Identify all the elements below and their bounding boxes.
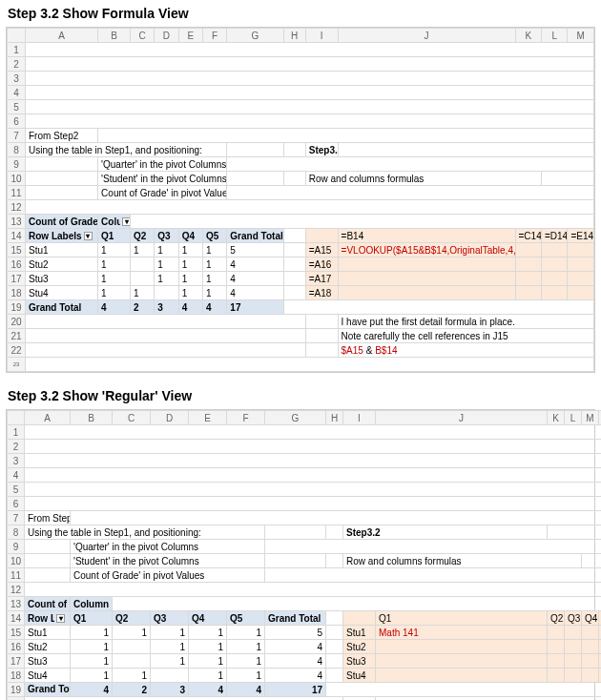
col-K: K (548, 411, 565, 425)
col-B: B (98, 29, 131, 43)
cell[interactable]: Count of Grade' in pivot Values (98, 186, 227, 200)
col-B: B (71, 411, 113, 425)
note: Note carefully the cell references in J1… (338, 329, 593, 343)
col-L: L (565, 411, 582, 425)
col-C: C (130, 29, 154, 43)
col-A: A (25, 411, 71, 425)
note: $A15 & B$14 (338, 343, 593, 358)
col-G: G (227, 29, 283, 43)
col-F: F (202, 29, 226, 43)
col-C: C (113, 411, 151, 425)
vlookup-formula[interactable]: =VLOOKUP($A15&B$14,OriginalTable,4,FALSE… (338, 243, 515, 257)
result-cell[interactable]: Math 141 (376, 626, 548, 640)
dropdown-icon[interactable]: ▾ (56, 614, 65, 623)
col-G: G (265, 411, 326, 425)
col-M: M (582, 411, 599, 425)
col-headers[interactable]: ABCDEFGHIJKLM (8, 29, 594, 43)
grid-bottom[interactable]: ABCDEFGHIJKLMN 1 2 3 4 5 6 7From Step2 8… (7, 410, 601, 700)
cell[interactable]: 'Student' in the pivot Columns (98, 172, 227, 186)
col-J: J (376, 411, 548, 425)
formula-cell[interactable]: =B14 (338, 229, 515, 243)
col-H: H (326, 411, 343, 425)
heading-bottom: Step 3.2 Show 'Regular' View (0, 382, 601, 407)
cell[interactable]: 'Quarter' in the pivot Columns (98, 157, 227, 172)
col-I: I (343, 411, 376, 425)
cell[interactable]: From Step2 (26, 129, 98, 143)
pivot-field[interactable]: Count of (25, 597, 71, 611)
cell[interactable]: Row and columns formulas (305, 172, 541, 186)
col-K: K (515, 29, 541, 43)
pivot-rowlabels[interactable]: Row Labels▾ (26, 229, 98, 243)
pivot-field[interactable]: Count of Grade (26, 215, 98, 229)
dropdown-icon[interactable]: ▾ (122, 217, 130, 226)
pivot-field[interactable]: Column Labels▾ (98, 215, 131, 229)
col-E: E (189, 411, 227, 425)
cell[interactable]: Step3.2 (343, 525, 548, 540)
dropdown-icon[interactable]: ▾ (84, 232, 93, 240)
col-M: M (568, 29, 594, 43)
cell[interactable]: Step3.2 (305, 143, 338, 157)
cell[interactable]: 'Quarter' in the pivot Columns (71, 540, 265, 554)
note: I have put the first detail formula in p… (338, 315, 593, 329)
col-E: E (178, 29, 202, 43)
col-L: L (542, 29, 568, 43)
grand-total-row[interactable]: Grand Total (25, 683, 71, 697)
col-J: J (338, 29, 515, 43)
heading-top: Step 3.2 Show Formula View (0, 0, 601, 25)
cell[interactable]: Using the table in Step1, and positionin… (26, 143, 227, 157)
col-I: I (305, 29, 338, 43)
col-F: F (227, 411, 265, 425)
sheet-regular-view: ABCDEFGHIJKLMN 1 2 3 4 5 6 7From Step2 8… (6, 409, 595, 700)
cell[interactable]: Row and columns formulas (343, 554, 582, 568)
cell[interactable]: From Step2 (25, 511, 71, 525)
grid-top[interactable]: ABCDEFGHIJKLM 1 2 3 4 5 6 7From Step2 8U… (7, 28, 594, 372)
col-D: D (151, 411, 189, 425)
pivot-field[interactable]: Column ▾ (71, 597, 113, 611)
sheet-formula-view: ABCDEFGHIJKLM 1 2 3 4 5 6 7From Step2 8U… (6, 27, 595, 373)
pivot-rowlabels[interactable]: Row Labels▾ (25, 611, 71, 626)
cell[interactable]: 'Student' in the pivot Columns (71, 554, 265, 568)
cell[interactable]: Using the table in Step1, and positionin… (25, 525, 265, 540)
col-headers[interactable]: ABCDEFGHIJKLMN (8, 411, 602, 425)
note: I have put the first detail formula in p… (376, 697, 602, 701)
col-A: A (26, 29, 98, 43)
col-H: H (283, 29, 305, 43)
col-D: D (155, 29, 178, 43)
cell[interactable]: Count of Grade' in pivot Values (71, 568, 265, 583)
